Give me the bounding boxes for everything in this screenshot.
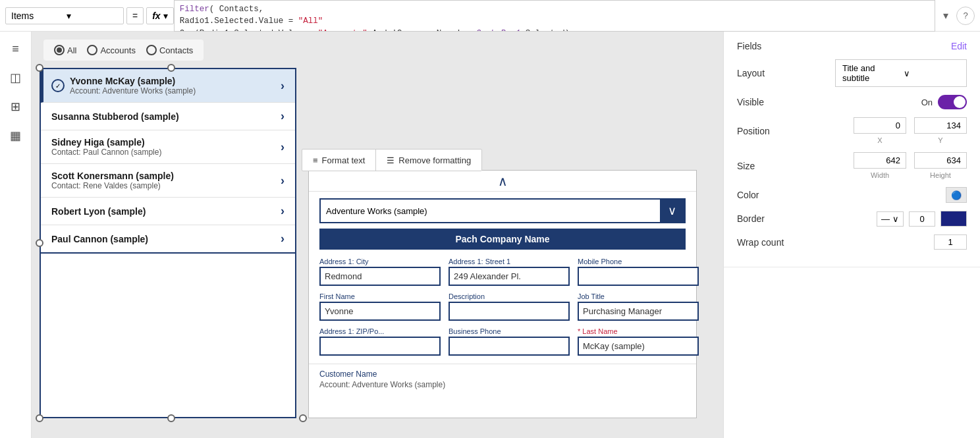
- handle-tm[interactable]: [167, 64, 175, 72]
- patch-button[interactable]: Pach Company Name: [319, 229, 686, 250]
- visible-toggle[interactable]: [938, 95, 967, 109]
- size-width-input[interactable]: [854, 152, 906, 169]
- handle-bm[interactable]: [167, 414, 175, 422]
- list-item[interactable]: Scott Konersmann (sample) Contact: Rene …: [41, 164, 295, 198]
- size-label: Size: [737, 161, 755, 171]
- top-bar: Items ▾ = fx ▾ Filter( Contacts, Radio1.…: [0, 0, 980, 32]
- list-item-subtitle: Contact: Paul Cannon (sample): [51, 148, 281, 157]
- items-dropdown[interactable]: Items ▾: [5, 7, 124, 24]
- radio-contacts[interactable]: Contacts: [146, 45, 193, 55]
- remove-formatting-button[interactable]: ☰ Remove formatting: [376, 150, 481, 171]
- wrap-count-label: Wrap count: [737, 237, 784, 248]
- layout-dropdown[interactable]: Title and subtitle ∨: [835, 59, 967, 87]
- radio-accounts-label: Accounts: [100, 45, 135, 55]
- border-style-select[interactable]: — ∨: [877, 211, 904, 227]
- handle-tl[interactable]: [36, 64, 43, 72]
- size-height-input[interactable]: [914, 152, 967, 169]
- position-x-input[interactable]: [854, 117, 906, 134]
- fx-chevron-icon: ▾: [163, 11, 168, 21]
- layers-icon[interactable]: ◫: [4, 66, 28, 90]
- main-layout: ≡ ◫ ⊞ ▦ All Accounts Contacts ≡ For: [0, 32, 980, 438]
- radio-all[interactable]: All: [54, 45, 76, 55]
- format-text-icon: ≡: [313, 155, 318, 165]
- address-street-input[interactable]: [449, 267, 570, 286]
- fields-section: Fields Edit Layout Title and subtitle ∨ …: [724, 32, 980, 267]
- visible-value: On: [921, 97, 933, 107]
- wrap-count-input[interactable]: [934, 234, 967, 250]
- field-business-phone: Business Phone: [449, 327, 570, 356]
- customer-name-label: Customer Name: [319, 370, 686, 379]
- size-width-group: Width: [854, 152, 906, 179]
- list-item-title: Paul Cannon (sample): [51, 234, 281, 244]
- mobile-phone-input[interactable]: [578, 267, 699, 286]
- list-item-arrow-icon: ›: [281, 140, 285, 154]
- color-swatch[interactable]: 🔵: [946, 187, 967, 203]
- fields-label: Fields: [737, 41, 761, 51]
- handle-ml[interactable]: [36, 239, 43, 247]
- customer-name-value: Account: Adventure Works (sample): [319, 380, 686, 389]
- color-label: Color: [737, 190, 759, 200]
- job-title-input[interactable]: [578, 302, 699, 321]
- detail-collapse-button[interactable]: ∧: [309, 171, 696, 192]
- handle-br[interactable]: [299, 414, 307, 422]
- list-item-title: Robert Lyon (sample): [51, 206, 281, 217]
- radio-accounts[interactable]: Accounts: [87, 45, 135, 55]
- list-item-arrow-icon: ›: [281, 232, 285, 246]
- first-name-input[interactable]: [319, 302, 441, 321]
- company-dropdown[interactable]: Adventure Works (sample) ∨: [319, 198, 686, 223]
- border-color-swatch[interactable]: [940, 211, 967, 227]
- list-item-arrow-icon: ›: [281, 109, 285, 123]
- formula-expand-button[interactable]: ▾: [935, 9, 956, 22]
- list-item[interactable]: Sidney Higa (sample) Contact: Paul Canno…: [41, 130, 295, 164]
- field-description: Description: [449, 292, 570, 321]
- list-item-arrow-icon: ›: [281, 204, 285, 218]
- description-input[interactable]: [449, 302, 570, 321]
- fx-button[interactable]: fx ▾: [146, 7, 173, 24]
- list-item-title: Susanna Stubberod (sample): [51, 111, 281, 122]
- position-x-group: X: [854, 117, 906, 144]
- business-phone-input[interactable]: [449, 337, 570, 356]
- remove-formatting-icon: ☰: [387, 155, 395, 165]
- y-label: Y: [914, 136, 967, 144]
- x-label: X: [854, 136, 906, 144]
- visible-toggle-group: On: [921, 95, 967, 109]
- border-label: Border: [737, 213, 765, 224]
- radio-contacts-label: Contacts: [159, 45, 193, 55]
- field-address-street: Address 1: Street 1: [449, 258, 570, 286]
- list-item[interactable]: Paul Cannon (sample) ›: [41, 225, 295, 254]
- customer-name-section: Customer Name Account: Adventure Works (…: [309, 364, 696, 395]
- company-dropdown-arrow-icon: ∨: [660, 200, 684, 222]
- dashboard-icon[interactable]: ▦: [4, 124, 28, 148]
- equals-sign: =: [126, 7, 144, 24]
- list-item[interactable]: Susanna Stubberod (sample) ›: [41, 103, 295, 130]
- handle-bl[interactable]: [36, 414, 43, 422]
- format-toolbar: ≡ Format text ☰ Remove formatting: [302, 149, 482, 171]
- list-panel: ✓ Yvonne McKay (sample) Account: Adventu…: [40, 68, 296, 418]
- field-last-name: * Last Name: [578, 327, 699, 356]
- radio-accounts-circle: [87, 45, 97, 55]
- formula-bar[interactable]: Filter( Contacts, Radio1.Selected.Value …: [174, 0, 935, 32]
- visible-label: Visible: [737, 97, 764, 107]
- height-label: Height: [914, 171, 967, 179]
- position-y-input[interactable]: [914, 117, 967, 134]
- hamburger-icon[interactable]: ≡: [4, 37, 28, 61]
- list-item-arrow-icon: ›: [281, 174, 285, 188]
- right-panel: Fields Edit Layout Title and subtitle ∨ …: [723, 32, 980, 438]
- detail-panel: ∧ Adventure Works (sample) ∨ Pach Compan…: [308, 170, 697, 418]
- list-item[interactable]: ✓ Yvonne McKay (sample) Account: Adventu…: [41, 69, 295, 103]
- last-name-input[interactable]: [578, 337, 699, 356]
- list-item[interactable]: Robert Lyon (sample) ›: [41, 198, 295, 225]
- item-icon: ✓: [51, 79, 65, 92]
- zip-input[interactable]: [319, 337, 441, 356]
- field-first-name: First Name: [319, 292, 441, 321]
- format-text-button[interactable]: ≡ Format text: [302, 150, 376, 171]
- grid-icon[interactable]: ⊞: [4, 95, 28, 119]
- items-chevron-icon: ▾: [67, 11, 118, 21]
- edit-link[interactable]: Edit: [951, 41, 967, 51]
- position-y-group: Y: [914, 117, 967, 144]
- help-button[interactable]: ?: [956, 7, 975, 25]
- address-city-input[interactable]: [319, 267, 441, 286]
- position-label: Position: [737, 126, 770, 136]
- format-text-label: Format text: [322, 155, 366, 165]
- border-width-input[interactable]: [909, 211, 935, 227]
